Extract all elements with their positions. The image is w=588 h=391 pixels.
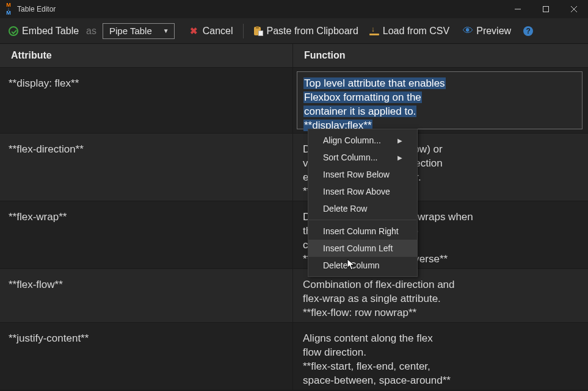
preview-label: Preview xyxy=(476,26,511,37)
window-title: Table Editor xyxy=(17,5,56,13)
download-file-icon: ↓ xyxy=(369,26,379,36)
table-row: **justify-content** Aligns content along… xyxy=(0,323,588,390)
cell-attribute[interactable]: **flex-direction** xyxy=(0,134,293,201)
ctx-insert-column-left[interactable]: Insert Column Left xyxy=(308,240,417,257)
paste-clipboard-button[interactable]: Paste from Clipboard xyxy=(253,26,358,37)
window-controls xyxy=(504,0,588,18)
submenu-arrow-icon: ▶ xyxy=(397,154,402,161)
app-icon: M↓M xyxy=(4,4,13,14)
table-row: **flex-flow** Combination of flex-direct… xyxy=(0,269,588,323)
embed-table-label: Embed Table xyxy=(22,26,79,37)
table-row: **display: flex** Top level attribute th… xyxy=(0,68,588,134)
load-csv-label: Load from CSV xyxy=(383,26,449,37)
cancel-icon: ✖ xyxy=(189,26,199,36)
cancel-button[interactable]: ✖ Cancel xyxy=(189,26,233,37)
ctx-item-label: Insert Row Below xyxy=(323,170,390,179)
ctx-item-label: Insert Row Above xyxy=(323,187,390,196)
close-button[interactable] xyxy=(560,0,588,18)
titlebar: M↓M Table Editor xyxy=(0,0,588,18)
cell-function[interactable]: Aligns content along the flex flow direc… xyxy=(293,323,588,390)
cancel-label: Cancel xyxy=(203,26,233,37)
ctx-item-label: Insert Column Right xyxy=(323,226,399,236)
embed-table-button[interactable]: Embed Table xyxy=(9,26,79,37)
minimize-button[interactable] xyxy=(504,0,532,18)
table-type-select[interactable]: Pipe Table ▼ xyxy=(103,23,175,39)
toolbar: Embed Table as Pipe Table ▼ ✖ Cancel Pas… xyxy=(0,18,588,44)
clipboard-paste-icon xyxy=(253,26,263,36)
cell-attribute[interactable]: **justify-content** xyxy=(0,323,293,390)
ctx-delete-row[interactable]: Delete Row xyxy=(308,200,417,217)
table-header-row: Attribute Function xyxy=(0,44,588,68)
preview-button[interactable]: 👁 Preview xyxy=(463,26,511,37)
table-row: **flex-wrap** Determines how content wra… xyxy=(0,201,588,269)
ctx-item-label: Delete Row xyxy=(323,204,367,213)
column-header-function[interactable]: Function xyxy=(293,44,588,67)
cell-attribute[interactable]: **flex-flow** xyxy=(0,269,293,322)
help-icon: ? xyxy=(523,26,533,36)
ctx-item-label: Sort Column... xyxy=(323,152,377,162)
ctx-insert-row-above[interactable]: Insert Row Above xyxy=(308,183,417,200)
ctx-sort-column[interactable]: Sort Column... ▶ xyxy=(308,149,417,166)
table-editor: Attribute Function **display: flex** Top… xyxy=(0,44,588,390)
ctx-item-label: Delete Column xyxy=(323,260,380,270)
cell-attribute[interactable]: **display: flex** xyxy=(0,68,293,133)
ctx-align-column[interactable]: Align Column... ▶ xyxy=(308,132,417,149)
cell-function[interactable]: Combination of flex-direction and flex-w… xyxy=(293,269,588,322)
selected-text-line: container it is applied to. xyxy=(303,106,416,117)
load-csv-button[interactable]: ↓ Load from CSV xyxy=(369,26,449,37)
svg-rect-1 xyxy=(543,7,549,12)
ctx-item-label: Insert Column Left xyxy=(323,243,393,253)
help-button[interactable]: ? xyxy=(523,26,533,36)
ctx-insert-column-right[interactable]: Insert Column Right xyxy=(308,223,417,240)
ctx-insert-row-below[interactable]: Insert Row Below xyxy=(308,166,417,183)
table-type-selected: Pipe Table xyxy=(109,26,152,36)
selected-text-line: Flexbox formatting on the xyxy=(303,91,422,103)
ctx-separator xyxy=(309,220,416,220)
maximize-button[interactable] xyxy=(532,0,560,18)
eye-icon: 👁 xyxy=(463,26,473,36)
table-row: **flex-direction** Determines horizontal… xyxy=(0,134,588,201)
submenu-arrow-icon: ▶ xyxy=(397,137,402,144)
cell-attribute[interactable]: **flex-wrap** xyxy=(0,201,293,268)
toolbar-separator xyxy=(243,24,244,38)
check-circle-icon xyxy=(9,26,18,36)
selected-text-line: Top level attribute that enables xyxy=(303,77,446,89)
ctx-delete-column[interactable]: Delete Column xyxy=(308,257,417,274)
ctx-item-label: Align Column... xyxy=(323,135,381,145)
as-label: as xyxy=(85,26,96,37)
chevron-down-icon: ▼ xyxy=(163,27,169,34)
paste-clipboard-label: Paste from Clipboard xyxy=(267,26,358,37)
context-menu: Align Column... ▶ Sort Column... ▶ Inser… xyxy=(308,129,418,277)
column-header-attribute[interactable]: Attribute xyxy=(0,44,293,67)
cell-function-editing[interactable]: Top level attribute that enables Flexbox… xyxy=(297,71,583,129)
